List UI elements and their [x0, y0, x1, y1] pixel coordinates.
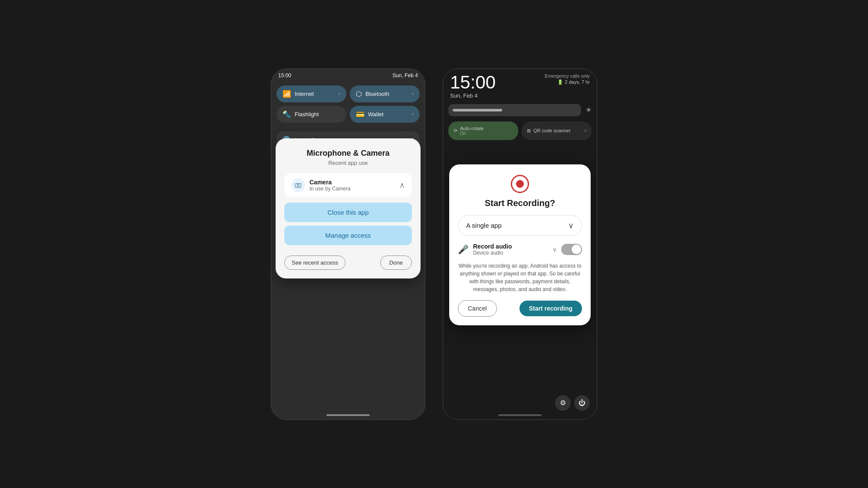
quick-settings-left: 📶 Internet › ⬡ Bluetooth › 🔦 Flashlight …: [271, 82, 425, 130]
emergency-text: Emergency calls only: [545, 73, 590, 79]
audio-row: 🎤 Record audio Device audio ∨: [458, 243, 582, 256]
brightness-fill: [453, 109, 502, 111]
date-left: Sun, Feb 4: [392, 72, 418, 79]
auto-rotate-sub: On: [460, 131, 483, 136]
see-recent-access-button[interactable]: See recent access: [284, 255, 345, 270]
dialog-buttons: Cancel Start recording: [458, 300, 582, 317]
status-right-side: Emergency calls only 🔋 2 days, 7 hr: [545, 73, 590, 85]
qs-row-2: 🔦 Flashlight 💳 Wallet ›: [276, 106, 420, 123]
bluetooth-chevron: ›: [412, 91, 414, 97]
qs-wallet-label: Wallet: [368, 111, 384, 118]
qs-bluetooth-label: Bluetooth: [365, 91, 389, 97]
dialog-subtitle: Recent app use: [284, 160, 412, 166]
internet-icon: 📶: [283, 90, 291, 98]
camera-app-name: Camera: [309, 179, 395, 186]
internet-chevron: ›: [339, 91, 340, 97]
camera-app-icon: [291, 178, 305, 192]
camera-in-use-text: In use by Camera: [309, 186, 395, 192]
bluetooth-icon: ⬡: [356, 90, 362, 98]
qs-tile-bluetooth[interactable]: ⬡ Bluetooth ›: [350, 85, 420, 102]
record-audio-toggle[interactable]: [561, 244, 582, 255]
left-phone: 15:00 Sun, Feb 4 📶 Internet › ⬡ Bluetoot…: [271, 69, 425, 420]
record-icon-wrap: [458, 175, 582, 193]
flashlight-icon: 🔦: [283, 110, 291, 118]
qs-tile-flashlight[interactable]: 🔦 Flashlight: [276, 106, 346, 123]
qs-qr-scanner[interactable]: ⊞ QR code scanner ›: [522, 121, 592, 140]
app-select-dropdown[interactable]: A single app ∨: [458, 215, 582, 236]
dialog-footer: See recent access Done: [284, 255, 412, 270]
brightness-icon: ☀: [585, 106, 592, 114]
bottom-icons: ⚙ ⏻: [555, 395, 590, 411]
qs-row-right: ⟳ Auto-rotate On ⊞ QR code scanner ›: [443, 119, 597, 143]
date-right: Sun, Feb 4: [450, 92, 496, 99]
auto-rotate-label: Auto-rotate: [460, 126, 483, 131]
manage-access-button[interactable]: Manage access: [284, 226, 412, 245]
auto-rotate-icon: ⟳: [454, 128, 457, 134]
qs-tile-internet[interactable]: 📶 Internet ›: [276, 85, 346, 102]
status-bar-right: 15:00 Sun, Feb 4 Emergency calls only 🔋 …: [443, 69, 597, 102]
qs-internet-label: Internet: [295, 91, 314, 97]
right-phone: 15:00 Sun, Feb 4 Emergency calls only 🔋 …: [443, 69, 597, 420]
wallet-chevron: ›: [412, 111, 414, 117]
settings-button[interactable]: ⚙: [555, 395, 571, 411]
settings-icon: ⚙: [560, 399, 566, 407]
dialog-title: Microphone & Camera: [284, 149, 412, 158]
home-bar-right: [498, 414, 542, 416]
camera-expand-icon[interactable]: ∧: [399, 180, 405, 190]
wallet-icon: 💳: [356, 110, 365, 118]
time-date-block: 15:00 Sun, Feb 4: [450, 73, 496, 99]
brightness-row: ☀: [443, 102, 597, 119]
dropdown-chevron-icon: ∨: [568, 221, 574, 230]
svg-point-1: [297, 184, 299, 187]
brightness-bar[interactable]: [448, 104, 581, 116]
camera-item-text: Camera In use by Camera: [309, 179, 395, 192]
camera-item-header: Camera In use by Camera ∧: [291, 178, 405, 192]
status-bar-left: 15:00 Sun, Feb 4: [271, 69, 425, 82]
cancel-button[interactable]: Cancel: [458, 300, 497, 317]
power-icon: ⏻: [579, 399, 585, 407]
battery-text: 🔋 2 days, 7 hr: [545, 79, 590, 85]
qs-auto-rotate[interactable]: ⟳ Auto-rotate On: [448, 121, 518, 140]
qr-label: QR code scanner: [533, 128, 571, 133]
home-bar-left: [326, 414, 370, 416]
qs-row-1: 📶 Internet › ⬡ Bluetooth ›: [276, 85, 420, 102]
camera-item: Camera In use by Camera ∧: [284, 173, 412, 197]
qr-chevron: ›: [585, 128, 586, 134]
app-select-value: A single app: [466, 222, 502, 229]
power-button[interactable]: ⏻: [574, 395, 590, 411]
qs-tile-wallet[interactable]: 💳 Wallet ›: [350, 106, 420, 123]
done-button[interactable]: Done: [380, 255, 412, 270]
record-icon: [511, 175, 529, 193]
audio-options-chevron[interactable]: ∨: [552, 246, 557, 253]
toggle-knob: [572, 245, 581, 254]
start-recording-button[interactable]: Start recording: [519, 301, 582, 316]
audio-text-block: Record audio Device audio: [473, 243, 548, 256]
qs-flashlight-label: Flashlight: [295, 111, 319, 118]
start-recording-dialog: Start Recording? A single app ∨ 🎤 Record…: [449, 164, 591, 325]
time-right: 15:00: [450, 73, 496, 92]
time-left: 15:00: [278, 72, 291, 79]
record-audio-label: Record audio: [473, 243, 548, 250]
microphone-icon: 🎤: [458, 244, 469, 255]
warning-text: While you're recording an app, Android h…: [458, 262, 582, 293]
microphone-camera-dialog: Microphone & Camera Recent app use Camer…: [276, 138, 421, 278]
record-inner: [516, 180, 524, 188]
record-dialog-title: Start Recording?: [458, 198, 582, 208]
device-audio-label: Device audio: [473, 250, 548, 256]
close-app-button[interactable]: Close this app: [284, 203, 412, 222]
qr-icon: ⊞: [527, 128, 531, 134]
